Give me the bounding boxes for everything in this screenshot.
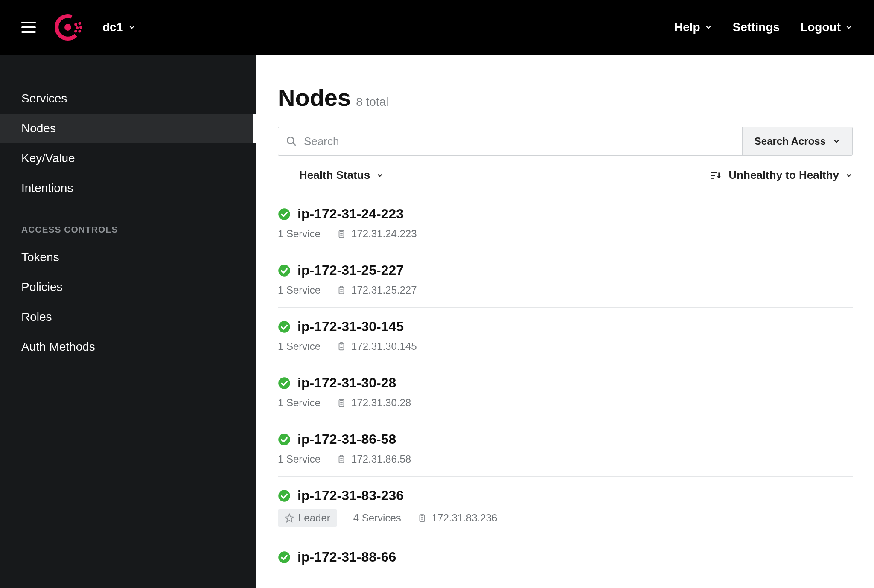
datacenter-picker[interactable]: dc1 (102, 20, 136, 34)
node-ip-value: 172.31.83.236 (432, 512, 497, 524)
search-input[interactable] (304, 135, 734, 148)
chevron-down-icon (833, 137, 840, 145)
sidebar: ServicesNodesKey/ValueIntentions ACCESS … (0, 55, 256, 588)
clipboard-icon (337, 342, 346, 351)
sidebar-item-label: Services (21, 92, 67, 105)
node-ip-value: 172.31.30.145 (351, 341, 417, 352)
node-ip: 172.31.83.236 (417, 512, 497, 524)
node-item[interactable]: ip-172-31-25-2271 Service172.31.25.227 (278, 251, 853, 308)
svg-point-6 (79, 26, 82, 29)
svg-line-9 (293, 143, 296, 146)
search-icon (286, 136, 297, 147)
node-ip-value: 172.31.86.58 (351, 453, 411, 465)
sidebar-item-services[interactable]: Services (0, 84, 256, 114)
svg-point-34 (278, 434, 290, 445)
sidebar-item-key-value[interactable]: Key/Value (0, 143, 256, 173)
node-item[interactable]: ip-172-31-83-236Leader4 Services172.31.8… (278, 477, 853, 538)
page-title: Nodes (278, 84, 351, 111)
node-item[interactable]: ip-172-31-86-581 Service172.31.86.58 (278, 420, 853, 477)
node-ip-value: 172.31.25.227 (351, 284, 417, 296)
datacenter-label: dc1 (102, 20, 123, 34)
node-name: ip-172-31-83-236 (297, 488, 404, 504)
help-label: Help (674, 20, 700, 34)
node-title-row: ip-172-31-88-66 (278, 549, 853, 565)
settings-link[interactable]: Settings (733, 20, 780, 34)
node-title-row: ip-172-31-24-223 (278, 206, 853, 222)
star-icon (285, 513, 294, 523)
logout-menu[interactable]: Logout (800, 20, 853, 34)
node-title-row: ip-172-31-83-236 (278, 488, 853, 504)
svg-point-24 (278, 321, 290, 333)
node-ip-value: 172.31.24.223 (351, 228, 417, 240)
clipboard-icon (417, 513, 427, 523)
node-name: ip-172-31-25-227 (297, 262, 404, 278)
help-menu[interactable]: Help (674, 20, 712, 34)
divider (278, 122, 853, 122)
sidebar-item-roles[interactable]: Roles (0, 302, 256, 332)
sidebar-item-label: Roles (21, 310, 52, 324)
svg-point-2 (74, 23, 77, 26)
search-bar: Search Across (278, 127, 853, 156)
leader-badge: Leader (278, 509, 337, 527)
sidebar-item-nodes[interactable]: Nodes (0, 114, 256, 143)
top-nav: dc1 Help Settings Logout (0, 0, 874, 55)
node-meta-row: 1 Service172.31.30.28 (278, 397, 853, 409)
sidebar-section-access-controls: ACCESS CONTROLS (0, 203, 256, 242)
svg-marker-40 (286, 514, 293, 522)
node-service-count: 1 Service (278, 284, 320, 296)
node-title-row: ip-172-31-86-58 (278, 431, 853, 447)
sidebar-item-label: Intentions (21, 181, 73, 195)
health-status-filter[interactable]: Health Status (299, 169, 384, 182)
clipboard-icon (337, 285, 346, 295)
node-meta-row: 1 Service172.31.86.58 (278, 453, 853, 465)
node-ip: 172.31.30.28 (337, 397, 411, 409)
node-service-count: 1 Service (278, 341, 320, 352)
health-passing-icon (278, 320, 291, 333)
sidebar-item-policies[interactable]: Policies (0, 272, 256, 302)
sidebar-item-tokens[interactable]: Tokens (0, 242, 256, 272)
node-item[interactable]: ip-172-31-24-2231 Service172.31.24.223 (278, 195, 853, 251)
main-content: Nodes 8 total Search Across Health Statu… (256, 55, 874, 588)
sidebar-item-label: Key/Value (21, 151, 75, 165)
hamburger-menu-icon[interactable] (21, 20, 37, 35)
node-ip: 172.31.86.58 (337, 453, 411, 465)
sort-icon (710, 170, 721, 181)
sidebar-item-intentions[interactable]: Intentions (0, 173, 256, 203)
top-nav-left: dc1 (21, 12, 136, 42)
sidebar-item-label: Nodes (21, 122, 56, 135)
health-passing-icon (278, 489, 291, 502)
sidebar-item-label: Tokens (21, 250, 59, 264)
page-header: Nodes 8 total (278, 84, 853, 122)
node-item[interactable]: ip-172-31-88-66 (278, 538, 853, 576)
clipboard-icon (337, 229, 346, 239)
node-service-count: 1 Service (278, 397, 320, 409)
node-meta-row: 1 Service172.31.24.223 (278, 228, 853, 240)
svg-point-45 (278, 551, 290, 563)
settings-label: Settings (733, 20, 780, 34)
node-ip: 172.31.24.223 (337, 228, 417, 240)
node-item[interactable]: ip-172-31-30-1451 Service172.31.30.145 (278, 308, 853, 364)
sidebar-item-label: Policies (21, 280, 62, 294)
chevron-down-icon (845, 23, 853, 31)
svg-point-29 (278, 377, 290, 389)
chevron-down-icon (705, 23, 712, 31)
health-passing-icon (278, 264, 291, 277)
health-passing-icon (278, 208, 291, 221)
svg-point-7 (78, 30, 81, 33)
chevron-down-icon (128, 23, 136, 31)
logout-label: Logout (800, 20, 841, 34)
chevron-down-icon (376, 172, 384, 179)
svg-point-3 (76, 26, 79, 29)
search-across-dropdown[interactable]: Search Across (742, 127, 852, 155)
sidebar-item-auth-methods[interactable]: Auth Methods (0, 332, 256, 362)
search-across-label: Search Across (755, 135, 826, 147)
node-meta-row: Leader4 Services172.31.83.236 (278, 509, 853, 527)
node-title-row: ip-172-31-25-227 (278, 262, 853, 278)
node-name: ip-172-31-88-66 (297, 549, 396, 565)
search-input-wrap (278, 127, 742, 155)
page-subtitle: 8 total (356, 95, 388, 109)
node-item[interactable]: ip-172-31-30-281 Service172.31.30.28 (278, 364, 853, 420)
svg-point-39 (278, 490, 290, 502)
filter-row: Health Status Unhealthy to Healthy (278, 156, 853, 195)
sort-dropdown[interactable]: Unhealthy to Healthy (728, 169, 853, 182)
